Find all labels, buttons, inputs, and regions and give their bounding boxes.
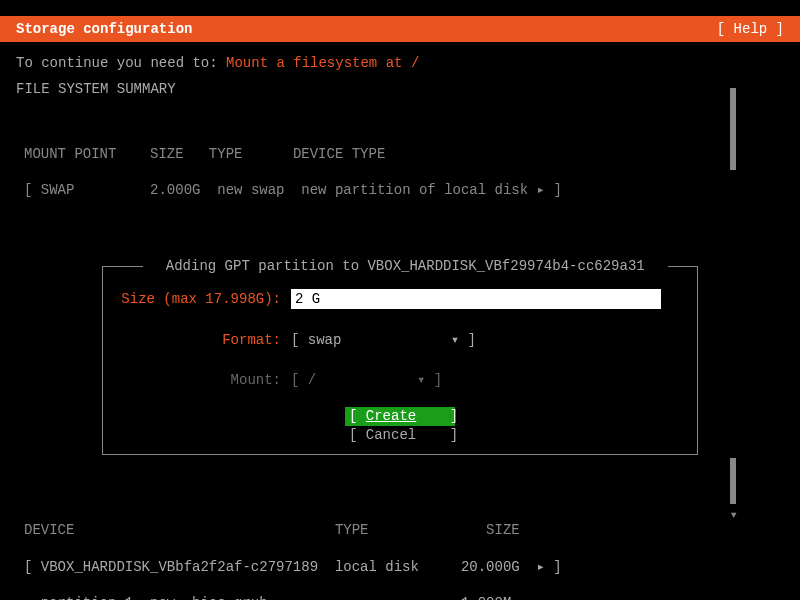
- mount-select: [ / ▾ ]: [291, 371, 442, 389]
- device-type: local disk: [335, 559, 419, 575]
- col-type: TYPE: [335, 522, 369, 538]
- add-partition-dialog: Adding GPT partition to VBOX_HARDDISK_VB…: [102, 266, 698, 455]
- chevron-right-icon: ▸ ]: [537, 559, 562, 575]
- row-size: 2.000G: [150, 182, 200, 198]
- help-button[interactable]: [ Help ]: [717, 20, 784, 38]
- header-bar: Storage configuration [ Help ]: [0, 16, 800, 42]
- device-size: 20.000G: [461, 559, 520, 575]
- summary-header-row: MOUNT POINT SIZE TYPE DEVICE TYPE: [24, 145, 784, 163]
- row-mount: [ SWAP: [24, 182, 74, 198]
- size-input[interactable]: 2 G: [291, 289, 661, 309]
- size-label: Size (max 17.998G):: [121, 290, 281, 308]
- summary-row[interactable]: [ SWAP 2.000G new swap new partition of …: [24, 181, 784, 199]
- format-label: Format:: [121, 331, 281, 349]
- create-button[interactable]: [ Create ]: [345, 407, 455, 425]
- summary-table: MOUNT POINT SIZE TYPE DEVICE TYPE [ SWAP…: [24, 109, 784, 236]
- scroll-down-icon[interactable]: ▾: [730, 506, 738, 524]
- col-type: TYPE: [209, 146, 243, 162]
- partition-size: 1.000M: [461, 595, 511, 600]
- col-size: SIZE: [150, 146, 184, 162]
- cancel-button[interactable]: [ Cancel ]: [345, 426, 455, 444]
- col-device: DEVICE: [24, 522, 74, 538]
- hint-action: Mount a filesystem at /: [226, 55, 419, 71]
- row-device: new partition of local disk ▸ ]: [301, 182, 561, 198]
- col-mount: MOUNT POINT: [24, 146, 116, 162]
- partition-row[interactable]: partition 1 new, bios_grub 1.000M ▸: [24, 594, 784, 600]
- page-title: Storage configuration: [16, 20, 192, 38]
- available-devices: DEVICE TYPE SIZE [ VBOX_HARDDISK_VBbfa2f…: [24, 485, 784, 600]
- row-type: new swap: [217, 182, 284, 198]
- chevron-right-icon: ▸: [528, 595, 536, 600]
- hint-line: To continue you need to: Mount a filesys…: [16, 54, 784, 72]
- avail-header: DEVICE TYPE SIZE: [24, 521, 784, 539]
- dialog-title: Adding GPT partition to VBOX_HARDDISK_VB…: [143, 257, 668, 275]
- partition-name: partition 1 new, bios_grub: [24, 595, 268, 600]
- device-row[interactable]: [ VBOX_HARDDISK_VBbfa2f2af-c2797189 loca…: [24, 558, 784, 576]
- mount-label: Mount:: [121, 371, 281, 389]
- hint-prefix: To continue you need to:: [16, 55, 226, 71]
- scrollbar-summary[interactable]: [730, 88, 736, 170]
- format-select[interactable]: [ swap ▾ ]: [291, 331, 476, 349]
- file-system-summary-title: FILE SYSTEM SUMMARY: [16, 80, 784, 98]
- col-device-type: DEVICE TYPE: [293, 146, 385, 162]
- scrollbar-available[interactable]: [730, 458, 736, 504]
- device-name: [ VBOX_HARDDISK_VBbfa2f2af-c2797189: [24, 559, 318, 575]
- col-size: SIZE: [486, 522, 520, 538]
